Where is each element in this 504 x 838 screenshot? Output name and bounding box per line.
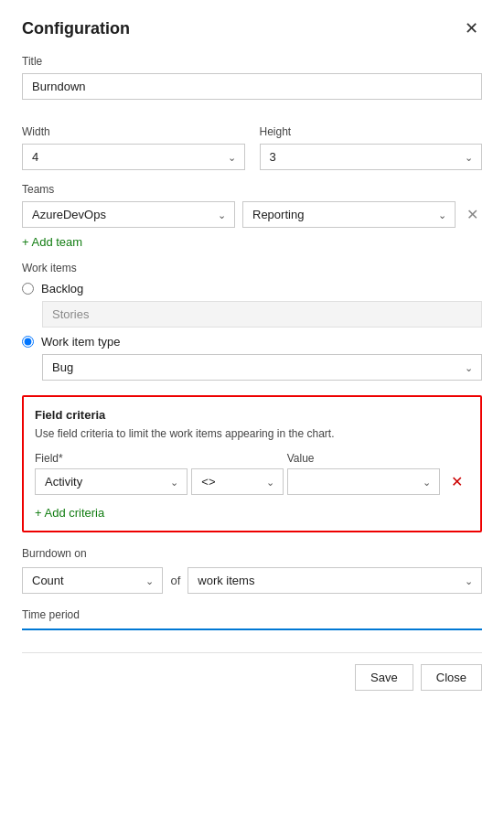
fc-criteria-row: Activity Area Path Assigned To State Tag… (35, 468, 469, 495)
burndown-of-select-wrapper: work items Story Points Remaining Work ⌄ (188, 567, 482, 594)
add-team-button[interactable]: + Add team (22, 235, 82, 249)
team1-select-wrapper: AzureDevOps ⌄ (22, 201, 235, 228)
fc-value-select[interactable] (287, 468, 440, 495)
width-label: Width (22, 125, 245, 138)
fc-value-label: Value (287, 451, 440, 465)
width-height-row: Width 123456 ⌄ Height 123456 ⌄ (22, 113, 482, 170)
backlog-radio[interactable] (22, 283, 34, 295)
remove-criteria-button[interactable]: ✕ (451, 475, 463, 489)
fc-field-label: Field* (35, 451, 188, 465)
wit-select-wrapper: Bug Epic Feature Story Task ⌄ (42, 354, 482, 381)
add-criteria-button[interactable]: + Add criteria (35, 506, 104, 520)
height-label: Height (260, 125, 483, 138)
work-item-type-radio-label[interactable]: Work item type (41, 335, 120, 349)
dialog-title: Configuration (22, 19, 130, 38)
time-period-label: Time period (22, 608, 482, 621)
burndown-label: Burndown on (22, 547, 482, 560)
time-period-section: Time period (22, 608, 482, 630)
work-item-type-radio-row: Work item type (22, 335, 482, 349)
burndown-count-select[interactable]: Count Sum (22, 567, 163, 594)
height-select-wrapper: 123456 ⌄ (260, 144, 483, 170)
burndown-of-label: of (170, 574, 180, 587)
configuration-dialog: Configuration ✕ Title Width 123456 ⌄ Hei… (0, 0, 504, 838)
burndown-row: Count Sum ⌄ of work items Story Points R… (22, 567, 482, 594)
field-criteria-title: Field criteria (35, 408, 469, 422)
save-button[interactable]: Save (355, 664, 413, 691)
title-input[interactable] (22, 73, 482, 100)
work-item-type-radio[interactable] (22, 336, 34, 348)
team2-select-wrapper: Reporting ⌄ (242, 201, 456, 228)
width-select[interactable]: 123456 (22, 144, 245, 170)
height-col: Height 123456 ⌄ (260, 113, 483, 170)
title-label: Title (22, 55, 482, 68)
teams-label: Teams (22, 183, 482, 196)
width-col: Width 123456 ⌄ (22, 113, 245, 170)
backlog-radio-row: Backlog (22, 282, 482, 295)
work-item-type-select[interactable]: Bug Epic Feature Story Task (42, 354, 482, 381)
fc-operator-select[interactable]: = <> < > Contains (191, 468, 283, 495)
dialog-footer: Save Close (22, 652, 482, 691)
backlog-radio-label[interactable]: Backlog (41, 282, 83, 295)
work-items-section: Work items Backlog Work item type Bug Ep… (22, 262, 482, 381)
field-criteria-description: Use field criteria to limit the work ite… (35, 427, 469, 440)
teams-row: AzureDevOps ⌄ Reporting ⌄ ✕ (22, 201, 482, 228)
backlog-value-input (42, 301, 482, 328)
width-select-wrapper: 123456 ⌄ (22, 144, 245, 170)
team2-select[interactable]: Reporting (242, 201, 456, 228)
remove-team2-button[interactable]: ✕ (463, 206, 482, 223)
fc-labels-row: Field* Value (35, 451, 469, 465)
burndown-count-select-wrapper: Count Sum ⌄ (22, 567, 163, 594)
burndown-of-select[interactable]: work items Story Points Remaining Work (188, 567, 482, 594)
fc-field-select[interactable]: Activity Area Path Assigned To State Tag… (35, 468, 188, 495)
burndown-section: Burndown on Count Sum ⌄ of work items St… (22, 547, 482, 594)
height-select[interactable]: 123456 (260, 144, 483, 170)
fc-field-select-wrapper: Activity Area Path Assigned To State Tag… (35, 468, 188, 495)
fc-operator-select-wrapper: = <> < > Contains ⌄ (191, 468, 283, 495)
fc-value-select-wrapper: ⌄ (287, 468, 440, 495)
close-icon-button[interactable]: ✕ (461, 18, 482, 38)
fc-remove-col: ✕ (444, 475, 469, 489)
time-period-bar (22, 628, 482, 630)
dialog-header: Configuration ✕ (22, 18, 482, 38)
team1-select[interactable]: AzureDevOps (22, 201, 235, 228)
close-button[interactable]: Close (421, 664, 482, 691)
field-criteria-section: Field criteria Use field criteria to lim… (22, 395, 482, 532)
work-items-label: Work items (22, 262, 482, 274)
work-item-type-select-wrapper: Bug Epic Feature Story Task ⌄ (42, 354, 482, 381)
teams-section: Teams AzureDevOps ⌄ Reporting ⌄ ✕ + Add … (22, 183, 482, 249)
